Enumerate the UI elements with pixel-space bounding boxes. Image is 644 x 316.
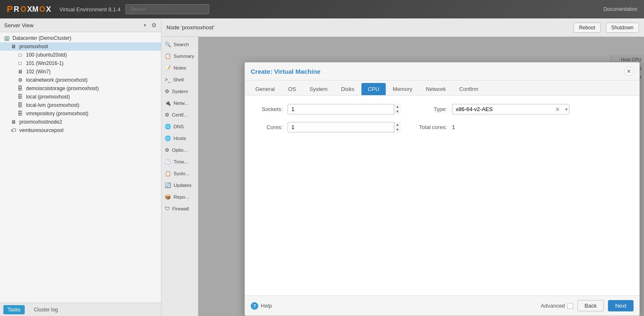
next-button[interactable]: Next [608,300,634,311]
reboot-button[interactable]: Reboot [574,23,601,33]
sidebar: Server View ▾ ⚙ 🏢 Datacenter (DemoCluste… [0,18,161,316]
help-button[interactable]: ? Help [251,302,272,310]
nav-label-notes: Notes [174,65,186,70]
nav-icon-firewall: 🛡 [165,206,170,212]
dialog-tab-network[interactable]: Network [420,83,452,95]
dialog-close-button[interactable]: ✕ [624,67,634,76]
tree-item-locallvm[interactable]: 🗄 local-lvm (proxmoxhost) [0,101,161,109]
nav-icon-dns: 🌐 [165,124,171,130]
cores-up-button[interactable]: ▲ [394,122,401,127]
total-cores-label: Total cores: [418,124,447,130]
cluster-log-tab[interactable]: Cluster log [30,305,62,314]
tree-icon-vemburesourcepool: 🏷 [10,127,17,133]
tree-item-vemburesourcepool[interactable]: 🏷 vemburesourcepool [0,126,161,135]
nav-item-options[interactable]: ⚙ Optio... [161,144,198,156]
dialog-tab-general[interactable]: General [249,83,281,95]
nav-item-network[interactable]: 🔌 Netw... [161,97,198,109]
cores-group: Cores: ▲ ▼ [253,122,401,132]
tree-label-vm101: 101 (Win2016-1) [26,60,63,66]
nav-item-system[interactable]: ⚙ System [161,85,198,97]
bottom-bar: Tasks Cluster log [0,303,161,316]
tree: 🏢 Datacenter (DemoCluster)🖥 proxmoxhost□… [0,32,161,303]
tree-item-vmrepository[interactable]: 🗄 vmrepository (proxmoxhost) [0,109,161,118]
total-cores-group: Total cores: 1 [418,124,535,130]
app-title: Virtual Environment 8.1.4 [60,6,121,13]
nav-item-shell[interactable]: >_ Shell [161,74,198,85]
tree-icon-proxmoxhost: 🖥 [10,44,17,49]
search-input[interactable] [125,4,209,14]
sockets-group: Sockets: ▲ ▼ [253,104,401,114]
shutdown-button[interactable]: Shutdown [606,23,639,33]
nav-label-syslog: Syslo... [174,171,190,176]
tree-item-vm101[interactable]: □ 101 (Win2016-1) [0,59,161,67]
nav-label-updates: Updates [174,183,192,188]
nav-label-repos: Repo... [174,194,189,199]
help-icon: ? [251,302,258,310]
tree-label-demoiscsistorage: demoiscsistorage (proxmoxhost) [26,85,99,91]
dialog-tab-confirm[interactable]: Confirm [453,83,485,95]
nav-item-search[interactable]: 🔍 Search [161,39,198,50]
dropdown-icon[interactable]: ▾ [144,23,146,28]
advanced-wrap: Advanced [541,303,574,309]
nav-label-system: System [172,89,188,94]
sockets-input[interactable] [288,104,401,114]
tree-icon-datacenter: 🏢 [3,35,10,41]
tree-icon-locallvm: 🗄 [17,102,23,108]
server-view-label: Server View [4,22,141,28]
tree-item-localnetwork[interactable]: ⚙ localnetwork (proxmoxhost) [0,76,161,84]
nav-label-search: Search [174,42,189,47]
nav-item-summary[interactable]: 📋 Summary [161,50,198,62]
footer-right: Advanced Back Next [541,300,634,311]
nav-item-time[interactable]: 🕐 Time... [161,156,198,168]
nav-item-firewall[interactable]: 🛡 Firewall [161,203,198,215]
tasks-tab[interactable]: Tasks [3,305,25,314]
nav-item-syslog[interactable]: 📋 Syslo... [161,168,198,179]
dialog-tab-cpu[interactable]: CPU [361,83,385,95]
cores-down-button[interactable]: ▼ [394,127,401,133]
nav-icon-updates: 🔄 [165,182,171,188]
dialog-tab-disks[interactable]: Disks [335,83,361,95]
nav-item-dns[interactable]: 🌐 DNS [161,121,198,132]
nav-icon-repos: 📦 [165,194,171,200]
nav-item-notes[interactable]: 📝 Notes [161,62,198,74]
dialog-header: Create: Virtual Machine ✕ [245,62,639,80]
logo: P R O XM O X [7,4,51,15]
dialog-tab-os[interactable]: OS [282,83,302,95]
nav-item-updates[interactable]: 🔄 Updates [161,179,198,191]
nav-icon-syslog: 📋 [165,171,171,176]
tree-item-vm102[interactable]: 🖥 102 (Win7) [0,67,161,76]
nav-item-certs[interactable]: ⚙ Certif... [161,109,198,121]
back-button[interactable]: Back [577,300,604,311]
tree-item-local[interactable]: 🗄 local (proxmoxhost) [0,93,161,101]
main-layout: Server View ▾ ⚙ 🏢 Datacenter (DemoCluste… [0,18,644,316]
type-group: Type: ✕ ▾ [418,104,569,114]
type-clear-button[interactable]: ✕ [555,106,560,113]
tree-item-demoiscsistorage[interactable]: 🗄 demoiscsistorage (proxmoxhost) [0,84,161,93]
type-input[interactable] [452,104,569,114]
advanced-checkbox[interactable] [567,303,573,309]
nav-item-repos[interactable]: 📦 Repo... [161,191,198,203]
documentation-link[interactable]: Documentation [603,6,637,12]
sockets-up-button[interactable]: ▲ [394,104,401,109]
dialog-title: Create: Virtual Machine [251,68,624,75]
dialog-tabs: GeneralOSSystemDisksCPUMemoryNetworkConf… [245,80,639,96]
tree-item-proxmoxhostnode2[interactable]: 🖥 proxmoxhostnode2 [0,118,161,126]
topbar: P R O XM O X Virtual Environment 8.1.4 D… [0,0,644,18]
cores-input[interactable] [288,122,401,132]
sockets-down-button[interactable]: ▼ [394,109,401,115]
tree-item-proxmoxhost[interactable]: 🖥 proxmoxhost [0,42,161,51]
cores-spinner: ▲ ▼ [394,122,401,132]
dialog-tab-system[interactable]: System [303,83,334,95]
dialog-tab-memory[interactable]: Memory [387,83,419,95]
tree-label-localnetwork: localnetwork (proxmoxhost) [26,77,88,83]
gear-icon[interactable]: ⚙ [151,22,157,28]
nav-icon-certs: ⚙ [165,112,169,118]
tree-icon-demoiscsistorage: 🗄 [17,85,23,91]
tree-item-datacenter[interactable]: 🏢 Datacenter (DemoCluster) [0,34,161,42]
sockets-input-wrap: ▲ ▼ [288,104,401,114]
type-dropdown-button[interactable]: ▾ [564,106,569,112]
nav-icon-notes: 📝 [165,65,171,71]
nav-item-hosts[interactable]: 🌐 Hosts [161,132,198,144]
tree-item-vm100[interactable]: □ 100 (ubuntu20std) [0,51,161,59]
create-vm-dialog: Create: Virtual Machine ✕ GeneralOSSyste… [244,62,640,316]
